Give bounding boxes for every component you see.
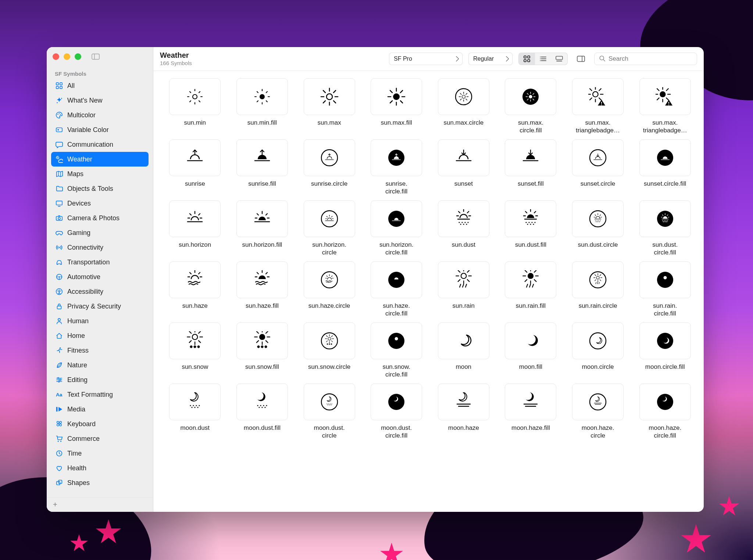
symbol-tile xyxy=(438,78,489,115)
symbol-cell[interactable]: sun.max.fill xyxy=(365,78,428,135)
symbol-cell[interactable]: moon.haze. circle xyxy=(567,384,629,440)
sidebar-item-media[interactable]: Media xyxy=(51,402,149,417)
symbol-cell[interactable]: sunset.fill xyxy=(499,139,562,196)
weight-selector[interactable]: Regular xyxy=(468,53,513,65)
sidebar-item-commerce[interactable]: Commerce xyxy=(51,431,149,446)
sidebar-item-label: Shapes xyxy=(67,479,90,487)
symbol-grid: sun.min sun.min.fill sun.max sun.max.fil… xyxy=(164,78,696,440)
symbol-cell[interactable]: sun.horizon. circle.fill xyxy=(365,200,428,257)
symbol-cell[interactable]: sun.dust xyxy=(432,200,495,257)
symbol-cell[interactable]: sun.rain xyxy=(432,261,495,318)
sidebar-item-communication[interactable]: Communication xyxy=(51,137,149,152)
symbol-cell[interactable]: sun.max.circle xyxy=(432,78,495,135)
symbol-cell[interactable]: sun.snow. circle.fill xyxy=(365,322,428,379)
symbol-cell[interactable]: sun.horizon xyxy=(164,200,226,257)
symbol-cell[interactable]: sun.haze. circle.fill xyxy=(365,261,428,318)
symbol-cell[interactable]: sun.snow.fill xyxy=(231,322,294,379)
add-button[interactable]: + xyxy=(50,499,61,510)
grid-view-button[interactable] xyxy=(519,53,535,65)
symbol-cell[interactable]: sun.max xyxy=(298,78,361,135)
symbol-cell[interactable]: sun.rain.circle xyxy=(567,261,629,318)
sidebar-item-variable-color[interactable]: Variable Color xyxy=(51,122,149,137)
svg-point-16 xyxy=(600,56,604,60)
sidebar-item-devices[interactable]: Devices xyxy=(51,196,149,211)
symbol-cell[interactable]: sunset.circle.fill xyxy=(634,139,696,196)
symbol-cell[interactable]: sun.dust. circle.fill xyxy=(634,200,696,257)
symbol-cell[interactable]: moon.circle xyxy=(567,322,629,379)
symbol-cell[interactable]: moon.fill xyxy=(499,322,562,379)
minimize-window-button[interactable] xyxy=(64,53,70,60)
sidebar-item-fitness[interactable]: Fitness xyxy=(51,343,149,358)
symbol-cell[interactable]: sun.rain. circle.fill xyxy=(634,261,696,318)
sidebar-item-text-formatting[interactable]: Text Formatting xyxy=(51,387,149,402)
sidebar-item-what-s-new[interactable]: What's New xyxy=(51,93,149,108)
sidebar-item-keyboard[interactable]: Keyboard xyxy=(51,417,149,431)
zoom-window-button[interactable] xyxy=(75,53,81,60)
symbol-cell[interactable]: sun.min.fill xyxy=(231,78,294,135)
font-selector[interactable]: SF Pro xyxy=(389,53,463,65)
symbol-cell[interactable]: sun.snow xyxy=(164,322,226,379)
sidebar-item-transportation[interactable]: Transportation xyxy=(51,255,149,270)
symbol-cell[interactable]: moon.haze.fill xyxy=(499,384,562,440)
symbol-cell[interactable]: sun.min xyxy=(164,78,226,135)
sidebar-item-editing[interactable]: Editing xyxy=(51,372,149,387)
sidebar-item-automotive[interactable]: Automotive xyxy=(51,270,149,284)
symbol-cell[interactable]: sunrise xyxy=(164,139,226,196)
symbol-tile xyxy=(236,384,288,420)
sidebar-item-privacy-security[interactable]: Privacy & Security xyxy=(51,299,149,314)
toggle-sidebar-button[interactable] xyxy=(92,53,100,60)
command-icon xyxy=(56,420,63,428)
sidebar-item-objects-tools[interactable]: Objects & Tools xyxy=(51,181,149,196)
sidebar-item-nature[interactable]: Nature xyxy=(51,358,149,372)
symbol-cell[interactable]: sun.horizon.fill xyxy=(231,200,294,257)
symbol-cell[interactable]: moon.dust.fill xyxy=(231,384,294,440)
symbol-cell[interactable]: sun.dust.circle xyxy=(567,200,629,257)
symbol-cell[interactable]: sun.max. circle.fill xyxy=(499,78,562,135)
sidebar-item-health[interactable]: Health xyxy=(51,461,149,475)
symbol-cell[interactable]: moon.dust. circle xyxy=(298,384,361,440)
gallery-view-button[interactable] xyxy=(551,53,567,65)
sidebar-item-weather[interactable]: Weather xyxy=(51,152,149,167)
symbol-cell[interactable]: sun.horizon. circle xyxy=(298,200,361,257)
symbol-cell[interactable]: moon.dust xyxy=(164,384,226,440)
symbol-cell[interactable]: moon.haze xyxy=(432,384,495,440)
symbol-cell[interactable]: sun.haze.fill xyxy=(231,261,294,318)
symbol-cell[interactable]: sun.haze.circle xyxy=(298,261,361,318)
list-view-button[interactable] xyxy=(535,53,551,65)
symbol-cell[interactable]: sunset xyxy=(432,139,495,196)
sidebar-item-time[interactable]: Time xyxy=(51,446,149,461)
inspector-toggle-button[interactable] xyxy=(574,53,588,65)
symbol-cell[interactable]: sun.rain.fill xyxy=(499,261,562,318)
symbol-cell[interactable]: moon.dust. circle.fill xyxy=(365,384,428,440)
symbol-label: moon.circle.fill xyxy=(644,363,686,379)
symbol-label: sunrise. circle.fill xyxy=(384,180,409,196)
symbol-cell[interactable]: sunset.circle xyxy=(567,139,629,196)
symbol-cell[interactable]: sunrise.circle xyxy=(298,139,361,196)
search-field[interactable] xyxy=(594,53,697,65)
symbol-cell[interactable]: sun.max. trianglebadge… xyxy=(634,78,696,135)
symbol-cell[interactable]: sunrise.fill xyxy=(231,139,294,196)
search-input[interactable] xyxy=(609,55,692,63)
sidebar-item-accessibility[interactable]: Accessibility xyxy=(51,284,149,299)
svg-rect-0 xyxy=(92,54,99,60)
sidebar-item-all[interactable]: All xyxy=(51,78,149,93)
symbol-cell[interactable]: sun.dust.fill xyxy=(499,200,562,257)
sidebar-item-label: Nature xyxy=(67,361,87,369)
symbol-label: sunset.circle xyxy=(579,180,617,196)
sidebar-item-maps[interactable]: Maps xyxy=(51,167,149,181)
symbol-cell[interactable]: moon.haze. circle.fill xyxy=(634,384,696,440)
symbol-cell[interactable]: sunrise. circle.fill xyxy=(365,139,428,196)
symbol-cell[interactable]: moon xyxy=(432,322,495,379)
symbol-cell[interactable]: sun.snow.circle xyxy=(298,322,361,379)
sidebar-item-gaming[interactable]: Gaming xyxy=(51,225,149,240)
sidebar-item-human[interactable]: Human xyxy=(51,314,149,328)
sidebar-item-camera-photos[interactable]: Camera & Photos xyxy=(51,211,149,225)
sidebar-item-multicolor[interactable]: Multicolor xyxy=(51,108,149,122)
symbol-cell[interactable]: moon.circle.fill xyxy=(634,322,696,379)
close-window-button[interactable] xyxy=(53,53,59,60)
sidebar-item-home[interactable]: Home xyxy=(51,328,149,343)
symbol-cell[interactable]: sun.max. trianglebadge… xyxy=(567,78,629,135)
sidebar-item-connectivity[interactable]: Connectivity xyxy=(51,240,149,255)
sidebar-item-shapes[interactable]: Shapes xyxy=(51,475,149,490)
symbol-cell[interactable]: sun.haze xyxy=(164,261,226,318)
